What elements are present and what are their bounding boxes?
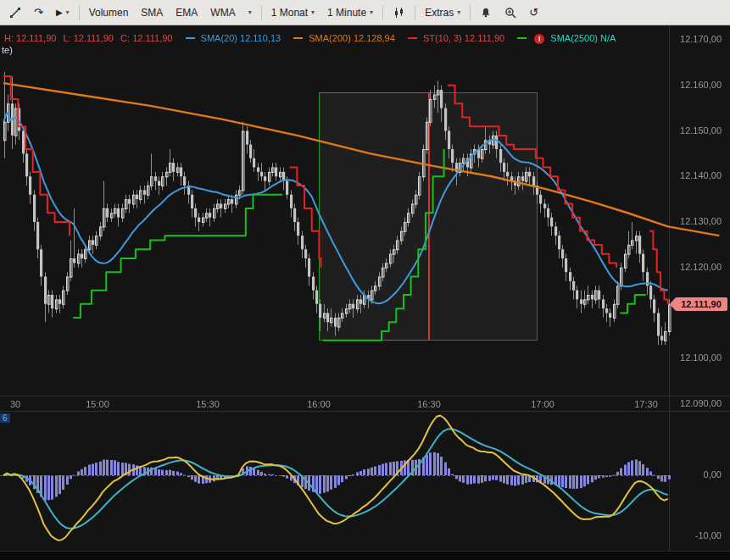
macd-panel: 6 0,00 -10,00	[0, 411, 730, 552]
sma-label: SMA	[141, 7, 163, 19]
low-value: 12.111,90	[74, 33, 114, 43]
undo-button[interactable]: ↺	[523, 3, 544, 21]
indicators-dropdown[interactable]: ▾	[242, 7, 258, 19]
last-price-tag: 12.111,90	[675, 297, 727, 311]
high-label: H:	[4, 33, 14, 43]
price-tag-arrow	[670, 298, 675, 310]
chevron-down-icon: ▾	[457, 9, 460, 16]
interval-dropdown[interactable]: 1 Minute ▾	[321, 4, 379, 21]
toolbar-separator	[261, 5, 262, 20]
sma200-line-marker	[293, 37, 303, 39]
indicator-legend: H: 12.111,90 L: 12.111,90 C: 12.111,90 S…	[4, 33, 620, 45]
zoom-in-button[interactable]	[499, 4, 522, 21]
time-axis-label: 17:00	[531, 399, 554, 409]
close-value: 12.111,90	[132, 33, 172, 43]
sma20-line-marker	[186, 37, 195, 39]
toolbar-separator	[79, 5, 80, 20]
bell-icon	[480, 7, 492, 19]
chevron-down-icon: ▾	[370, 9, 373, 16]
time-axis-label: 15:00	[86, 399, 109, 409]
trendline-icon	[9, 7, 21, 19]
magnifier-plus-icon	[504, 7, 516, 19]
time-axis-label: 30	[10, 399, 20, 409]
sma2500-line-marker	[517, 37, 527, 39]
replay-button[interactable]: ▶ ▾	[50, 5, 75, 19]
macd-legend-partial: 6	[0, 413, 10, 423]
play-icon: ▶	[56, 8, 63, 17]
macd-minus10-label: -10,00	[695, 530, 722, 541]
time-axis[interactable]: 3015:0015:3016:0016:3017:0017:30	[0, 396, 730, 412]
toolbar-separator	[415, 5, 415, 20]
price-axis-label: 12.160,00	[680, 80, 722, 90]
chart-toolbar: ↷ ▶ ▾ Volumen SMA EMA WMA ▾ 1 Monat ▾ 1 …	[0, 0, 730, 25]
wma-button[interactable]: WMA	[204, 4, 241, 21]
high-value: 12.111,90	[16, 33, 56, 43]
trendline-tool-button[interactable]	[3, 4, 27, 21]
interval-label: 1 Minute	[327, 7, 366, 19]
price-axis-label: 12.130,00	[680, 216, 722, 226]
sma200-legend-label[interactable]: SMA(200)	[309, 33, 351, 43]
time-axis-label: 17:30	[634, 399, 658, 409]
volumen-label: Volumen	[89, 7, 129, 19]
arc-icon: ↷	[34, 6, 43, 19]
low-label: L:	[63, 33, 70, 43]
extras-dropdown[interactable]: Extras ▾	[419, 4, 466, 21]
chevron-down-icon: ▾	[66, 9, 70, 16]
extras-label: Extras	[425, 7, 454, 19]
toolbar-separator	[470, 5, 471, 20]
toolbar-separator	[382, 5, 383, 20]
wma-label: WMA	[210, 7, 235, 19]
price-axis-label: 12.120,00	[680, 262, 722, 272]
sma200-legend-value: 12.128,94	[354, 33, 395, 43]
price-axis-label: 12.150,00	[680, 125, 722, 136]
sma2500-legend-label[interactable]: SMA(2500)	[550, 33, 598, 43]
time-axis-label: 16:00	[307, 399, 331, 409]
sma20-legend-value: 12.110,13	[240, 33, 281, 43]
price-axis-label: 12.140,00	[680, 170, 722, 180]
sma2500-legend-value: N/A	[600, 33, 616, 43]
chevron-down-icon: ▾	[248, 9, 252, 16]
warning-icon[interactable]: !	[534, 34, 544, 44]
sma-button[interactable]: SMA	[135, 4, 169, 21]
supertrend-line-marker	[408, 37, 417, 39]
macd-canvas[interactable]	[0, 412, 730, 552]
supertrend-legend-label[interactable]: ST(10, 3)	[423, 33, 462, 43]
volumen-button[interactable]: Volumen	[83, 4, 135, 21]
ema-label: EMA	[176, 7, 198, 19]
chart-type-button[interactable]	[387, 4, 411, 21]
time-axis-label: 15:30	[196, 399, 220, 409]
instrument-title-partial: te)	[2, 45, 13, 55]
candlestick-icon	[393, 7, 405, 19]
alerts-button[interactable]	[474, 4, 498, 21]
sma20-legend-label[interactable]: SMA(20)	[201, 33, 237, 43]
price-axis-label: 12.170,00	[680, 34, 722, 44]
time-axis-label: 16:30	[417, 399, 441, 409]
close-label: C:	[120, 33, 130, 43]
bottom-panel-partial	[0, 551, 730, 560]
main-chart-panel: H: 12.111,90 L: 12.111,90 C: 12.111,90 S…	[0, 25, 730, 411]
fibonacci-arc-tool-button[interactable]: ↷	[28, 3, 49, 21]
chevron-down-icon: ▾	[311, 9, 315, 16]
price-chart-canvas[interactable]	[0, 25, 730, 396]
range-label: 1 Monat	[271, 7, 308, 19]
undo-icon: ↺	[529, 6, 538, 19]
price-axis-label: 12.100,00	[680, 352, 722, 363]
ema-button[interactable]: EMA	[170, 4, 203, 21]
macd-zero-label: 0,00	[704, 469, 722, 480]
range-dropdown[interactable]: 1 Monat ▾	[265, 4, 320, 21]
supertrend-legend-value: 12.111,90	[465, 33, 504, 43]
